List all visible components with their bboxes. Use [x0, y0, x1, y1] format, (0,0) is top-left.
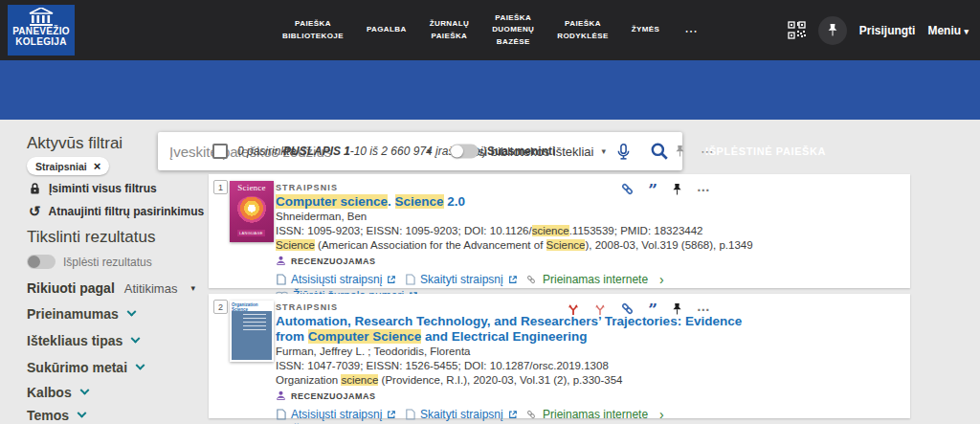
download-article-link[interactable]: Atsisiųsti straipsnį: [276, 408, 405, 421]
result-thumbnail[interactable]: Organization Science: [230, 301, 274, 362]
citing-articles-button[interactable]: [567, 302, 580, 316]
pinned-items-button[interactable]: [818, 16, 847, 45]
close-icon[interactable]: ×: [94, 160, 101, 172]
result-authors: Furman, Jeffrey L. ; Teodoridis, Florent…: [276, 345, 869, 359]
top-header: PANEVĖŽIO KOLEGIJA PAIEŠKA BIBLIOTEKOJE …: [0, 0, 980, 60]
document-icon: [405, 409, 415, 420]
library-logo[interactable]: PANEVĖŽIO KOLEGIJA: [8, 5, 75, 56]
facet-label: Kalbos: [27, 385, 72, 400]
external-link-icon: [508, 410, 518, 419]
nav-help[interactable]: PAGALBA: [355, 24, 418, 35]
read-article-link[interactable]: Skaityti straipsnį: [405, 408, 525, 421]
chevron-right-icon: ›: [659, 407, 664, 422]
link-icon: [620, 301, 635, 316]
nav-tags[interactable]: ŽYMĖS: [620, 24, 672, 35]
more-options-icon[interactable]: ⋯: [697, 185, 711, 194]
peer-reviewed-label: RECENZUOJAMAS: [291, 391, 376, 401]
nav-library-search[interactable]: PAIEŠKA BIBLIOTEKOJE: [271, 18, 355, 42]
permalink-button[interactable]: [620, 301, 635, 316]
document-icon: [405, 274, 415, 285]
available-online-link[interactable]: Prieinamas internete ›: [525, 407, 664, 422]
nav-journal-search[interactable]: ŽURNALŲ PAIEŠKA: [418, 18, 480, 42]
external-link-icon: [387, 410, 396, 419]
available-online-label: Prieinamas internete: [543, 408, 648, 421]
sort-dropdown[interactable]: Rikiuoti pagal Atitikimas ▾: [27, 280, 195, 296]
expand-results-toggle[interactable]: [27, 255, 56, 269]
facet-label: Prieinamumas: [27, 306, 119, 322]
read-label: Skaityti straipsnį: [420, 408, 503, 421]
result-actions: Atsisiųsti straipsnį Skaityti straipsnį: [276, 407, 910, 422]
pin-record-button[interactable]: [671, 183, 683, 196]
result-actions: Atsisiųsti straipsnį Skaityti straipsnį: [276, 272, 910, 287]
header-right: Prisijungti Meniu ▾: [788, 0, 972, 60]
login-button[interactable]: Prisijungti: [859, 24, 916, 37]
personalize-toggle[interactable]: [450, 145, 479, 159]
reset-filters-button[interactable]: ↺ Atnaujinti filtrų pasirinkimus: [29, 203, 204, 220]
chevron-down-icon: ▾: [190, 283, 195, 293]
chevron-down-icon: [126, 306, 136, 316]
facet-availability[interactable]: Prieinamumas: [27, 306, 135, 322]
result-title-link[interactable]: Automation, Research Technology, and Res…: [276, 314, 792, 345]
more-options-icon[interactable]: ⋯: [697, 304, 711, 314]
pin-results-button[interactable]: [674, 145, 686, 158]
result-authors: Shneiderman, Ben: [276, 210, 869, 224]
available-online-link[interactable]: Prieinamas internete ›: [525, 272, 664, 287]
peer-reviewed-label: RECENZUOJAMAS: [291, 257, 376, 266]
citation-button[interactable]: ”: [648, 304, 657, 314]
permalink-button[interactable]: [620, 182, 635, 196]
pdf-file-icon: [276, 409, 286, 420]
personalize-label: Suasmeninti: [487, 145, 555, 158]
qr-code-icon[interactable]: [788, 21, 806, 39]
menu-button[interactable]: Meniu ▾: [927, 24, 969, 37]
pin-record-button[interactable]: [671, 302, 683, 316]
building-icon: [27, 8, 56, 27]
chevron-down-icon[interactable]: ▾: [427, 146, 432, 156]
download-article-link[interactable]: Atsisiųsti straipsnį: [276, 273, 405, 286]
record-action-icons: ” ⋯: [567, 301, 711, 316]
chevron-down-icon: ▾: [964, 27, 969, 36]
download-label: Atsisiųsti straipsnį: [291, 273, 382, 286]
sort-label: Rikiuoti pagal: [27, 280, 115, 296]
facet-topics[interactable]: Temos: [27, 408, 85, 423]
facet-resource-type[interactable]: Ištekliaus tipas: [27, 333, 139, 348]
facet-label: Sukūrimo metai: [27, 360, 127, 375]
result-title-link[interactable]: Computer science. Science 2.0: [276, 194, 792, 210]
select-all-checkbox[interactable]: [212, 144, 228, 159]
nav-index-search[interactable]: PAIEŠKA RODYKLĖSE: [546, 18, 619, 42]
facet-languages[interactable]: Kalbos: [27, 385, 88, 400]
facet-label: Ištekliaus tipas: [27, 333, 122, 348]
logo-line1: PANEVĖŽIO: [12, 27, 70, 37]
facet-creation-year[interactable]: Sukūrimo metai: [27, 360, 144, 375]
peer-reviewed-badge: RECENZUOJAMAS: [276, 256, 910, 266]
cover-caption: LANGUAGE: [237, 230, 265, 236]
citation-trail-icon: [593, 302, 607, 316]
result-thumbnail[interactable]: Science LANGUAGE: [230, 181, 274, 242]
cited-by-button[interactable]: [593, 302, 607, 316]
citation-trail-icon: [567, 302, 580, 316]
filter-chip-straipsniai[interactable]: Straipsniai ×: [27, 157, 109, 175]
link-icon: [620, 182, 635, 196]
record-action-icons: ” ⋯: [620, 182, 711, 196]
remember-filters-button[interactable]: Įsiminti visus filtrus: [29, 182, 157, 195]
nav-more-icon[interactable]: ⋯: [671, 23, 711, 38]
menu-label: Meniu: [927, 24, 961, 37]
peer-reviewed-icon: [276, 256, 286, 266]
peer-reviewed-badge: RECENZUOJAMAS: [276, 391, 910, 401]
chip-label: Straipsniai: [35, 161, 87, 172]
nav-database-search[interactable]: PAIEŠKA DUOMENŲ BAZĖSE: [480, 12, 546, 48]
pin-icon: [671, 302, 683, 316]
pdf-file-icon: [276, 274, 286, 285]
result-card-2: 2 Organization Science STRAIPSNIS Automa…: [209, 294, 910, 418]
peer-reviewed-icon: [276, 391, 286, 401]
external-link-icon: [387, 275, 396, 284]
refresh-icon: ↺: [29, 203, 41, 220]
expand-results-label: Išplėsti rezultatus: [63, 256, 152, 269]
result-identifiers: ISSN: 1047-7039; EISSN: 1526-5455; DOI: …: [276, 359, 869, 373]
more-options-icon[interactable]: ⋯: [701, 144, 715, 159]
citation-button[interactable]: ”: [648, 185, 657, 194]
resource-type-label: STRAIPSNIS: [276, 174, 910, 192]
cover-art: [232, 311, 272, 360]
read-article-link[interactable]: Skaityti straipsnį: [405, 273, 525, 286]
result-identifiers: ISSN: 1095-9203; EISSN: 1095-9203; DOI: …: [276, 224, 869, 238]
facet-label: Temos: [27, 408, 69, 423]
